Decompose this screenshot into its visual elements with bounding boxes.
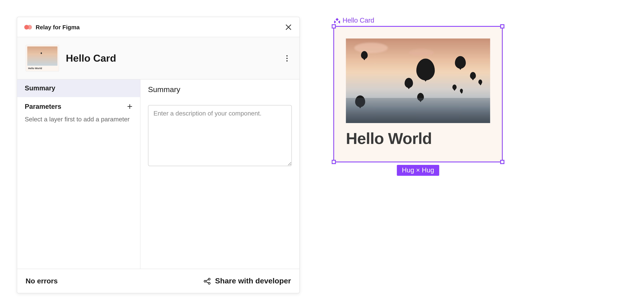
content-area: Summary bbox=[140, 80, 300, 269]
sidebar: Summary Parameters + Select a layer firs… bbox=[17, 80, 140, 269]
parameters-header: Parameters + bbox=[25, 102, 133, 111]
svg-point-2 bbox=[204, 280, 206, 282]
svg-rect-9 bbox=[338, 20, 340, 24]
size-badge: Hug × Hug bbox=[397, 165, 439, 176]
hello-card-component[interactable]: Hello World bbox=[334, 27, 502, 161]
thumb-text: Hello World bbox=[27, 66, 58, 70]
plugin-header: Relay for Figma bbox=[17, 17, 300, 37]
component-thumbnail: Hello World bbox=[26, 45, 59, 72]
share-icon bbox=[203, 277, 211, 285]
svg-point-4 bbox=[208, 282, 210, 284]
svg-point-3 bbox=[208, 278, 210, 280]
close-button[interactable] bbox=[284, 23, 293, 31]
share-label: Share with developer bbox=[215, 277, 291, 286]
resize-handle-br[interactable] bbox=[500, 160, 504, 164]
plugin-title: Relay for Figma bbox=[36, 24, 80, 30]
parameters-section: Parameters + Select a layer first to add… bbox=[17, 97, 140, 129]
status-text: No errors bbox=[26, 277, 58, 285]
resize-handle-bl[interactable] bbox=[332, 160, 336, 164]
more-menu-button[interactable] bbox=[282, 54, 291, 62]
component-frame-name: Hello Card bbox=[343, 17, 374, 24]
plugin-header-left: Relay for Figma bbox=[24, 23, 80, 31]
svg-line-6 bbox=[206, 281, 208, 283]
tab-summary[interactable]: Summary bbox=[17, 80, 140, 97]
component-header: Hello World Hello Card bbox=[17, 37, 300, 80]
panel-body: Summary Parameters + Select a layer firs… bbox=[17, 80, 300, 269]
card-text: Hello World bbox=[346, 130, 490, 148]
svg-rect-10 bbox=[336, 23, 338, 24]
content-heading: Summary bbox=[148, 85, 292, 94]
component-icon bbox=[334, 17, 340, 23]
component-frame-label[interactable]: Hello Card bbox=[334, 17, 503, 24]
close-icon bbox=[285, 24, 292, 30]
svg-line-5 bbox=[206, 279, 208, 281]
relay-logo-icon bbox=[24, 23, 32, 31]
figma-canvas[interactable]: Hello Card bbox=[334, 17, 503, 294]
selection-frame[interactable]: Hello World Hug × Hug bbox=[334, 26, 503, 162]
svg-point-1 bbox=[27, 25, 32, 29]
add-parameter-button[interactable]: + bbox=[127, 102, 132, 111]
card-image bbox=[346, 38, 490, 123]
resize-handle-tr[interactable] bbox=[500, 24, 504, 28]
description-input[interactable] bbox=[148, 105, 292, 166]
svg-rect-8 bbox=[334, 20, 336, 24]
svg-rect-7 bbox=[336, 18, 338, 21]
component-name: Hello Card bbox=[66, 52, 283, 64]
panel-footer: No errors Share with developer bbox=[17, 269, 300, 293]
share-with-developer-button[interactable]: Share with developer bbox=[203, 277, 291, 286]
relay-plugin-panel: Relay for Figma Hello World Hello Card S… bbox=[17, 17, 300, 294]
parameters-help-text: Select a layer first to add a parameter bbox=[25, 115, 133, 124]
parameters-title: Parameters bbox=[25, 103, 62, 111]
resize-handle-tl[interactable] bbox=[332, 24, 336, 28]
